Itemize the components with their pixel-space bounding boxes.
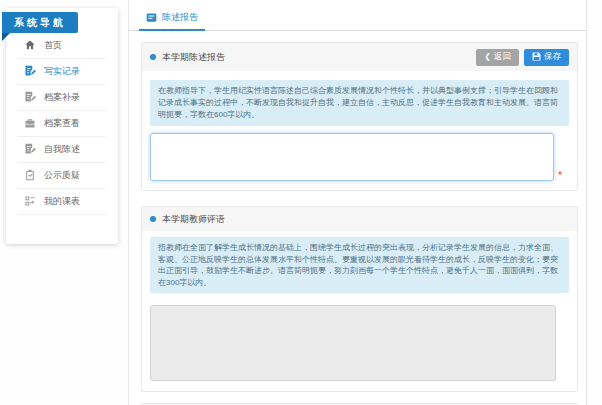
section-teacher-comment: 本学期教师评语 指教师在全面了解学生成长情况的基础上，围绕学生成长过程的突出表现… (141, 206, 578, 392)
sidebar: 系统导航 首页 写实记录 档案补录 档案查看 自我陈述 (6, 8, 118, 244)
sidebar-item-label: 首页 (44, 39, 62, 52)
bullet-icon (150, 216, 156, 222)
sidebar-item-archive-view[interactable]: 档案查看 (18, 111, 106, 137)
sidebar-title-ribbon: 系统导航 (2, 12, 78, 33)
sidebar-item-label: 档案查看 (44, 117, 80, 130)
section-title: 本学期教师评语 (162, 213, 225, 226)
panel-body: 本学期陈述报告 ❮ 返回 保存 在教师指导下，学生用纪实性语言陈述自己综合素质发… (129, 31, 586, 405)
self-statement-icon (24, 143, 36, 157)
sidebar-item-write-record[interactable]: 写实记录 (18, 59, 106, 85)
report-textarea[interactable] (150, 133, 554, 181)
sidebar-item-label: 写实记录 (44, 65, 80, 78)
save-disk-icon (532, 52, 541, 63)
sidebar-item-my-schedule[interactable]: 我的课表 (18, 189, 106, 215)
save-button-label: 保存 (544, 51, 561, 63)
sidebar-nav: 首页 写实记录 档案补录 档案查看 自我陈述 公示质疑 (6, 33, 118, 215)
sidebar-item-label: 我的课表 (44, 195, 80, 208)
header-buttons: ❮ 返回 保存 (476, 49, 569, 66)
back-button[interactable]: ❮ 返回 (476, 49, 519, 66)
teacher-instructions: 指教师在全面了解学生成长情况的基础上，围绕学生成长过程的突出表现，分析记录学生发… (150, 237, 569, 293)
sidebar-item-self-statement[interactable]: 自我陈述 (18, 137, 106, 163)
chevron-left-icon: ❮ (484, 53, 491, 61)
sidebar-item-label: 自我陈述 (44, 143, 80, 156)
archive-supplement-icon (24, 91, 36, 105)
sidebar-item-label: 公示质疑 (44, 169, 80, 182)
section-body: 在教师指导下，学生用纪实性语言陈述自己综合素质发展情况和个性特长，并以典型事例支… (142, 71, 577, 190)
write-record-icon (24, 65, 36, 79)
section-header: 本学期教师评语 (142, 207, 577, 231)
my-schedule-icon (24, 195, 36, 209)
required-asterisk: * (558, 171, 562, 181)
section-title: 本学期陈述报告 (162, 51, 225, 64)
back-button-label: 返回 (494, 51, 511, 63)
save-button[interactable]: 保存 (524, 49, 569, 66)
teacher-comment-textarea (150, 305, 556, 381)
bullet-icon (150, 54, 156, 60)
tab-label: 陈述报告 (162, 11, 198, 24)
tab-bar: 陈述报告 (129, 0, 586, 31)
publicity-question-icon (24, 169, 36, 183)
page: 系统导航 首页 写实记录 档案补录 档案查看 自我陈述 (0, 0, 602, 405)
report-input-row: * (150, 133, 569, 181)
sidebar-item-publicity-question[interactable]: 公示质疑 (18, 163, 106, 189)
report-icon (146, 12, 157, 23)
sidebar-item-label: 档案补录 (44, 91, 80, 104)
sidebar-item-home[interactable]: 首页 (18, 33, 106, 59)
tab-statement-report[interactable]: 陈述报告 (139, 4, 205, 31)
home-icon (24, 39, 36, 53)
main-panel: 陈述报告 本学期陈述报告 ❮ 返回 保存 (128, 0, 587, 405)
sidebar-item-archive-supplement[interactable]: 档案补录 (18, 85, 106, 111)
archive-view-icon (24, 117, 36, 131)
section-body: 指教师在全面了解学生成长情况的基础上，围绕学生成长过程的突出表现，分析记录学生发… (142, 231, 577, 391)
section-statement-report: 本学期陈述报告 ❮ 返回 保存 在教师指导下，学生用纪实性语言陈述自己综合素质发… (141, 42, 578, 191)
report-instructions: 在教师指导下，学生用纪实性语言陈述自己综合素质发展情况和个性特长，并以典型事例支… (150, 80, 569, 126)
section-header: 本学期陈述报告 ❮ 返回 保存 (142, 43, 577, 71)
